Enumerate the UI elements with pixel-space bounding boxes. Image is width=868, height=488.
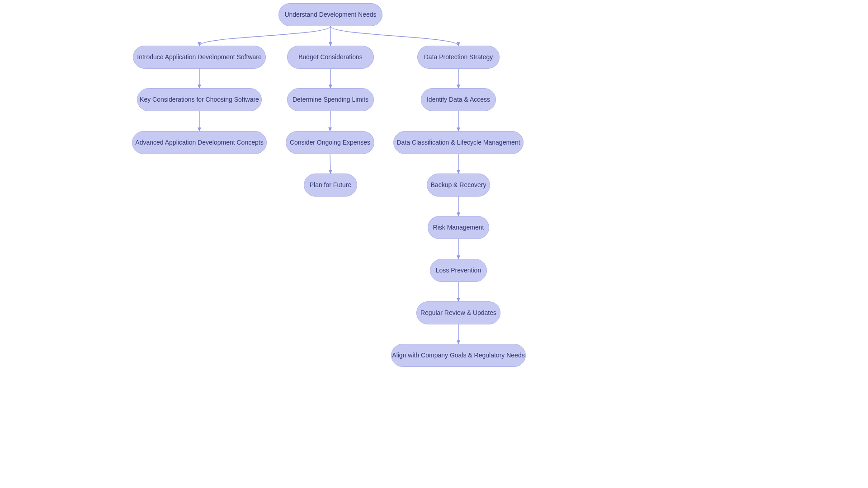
node-label: Introduce Application Development Softwa… — [137, 53, 262, 61]
node-identify-data-access[interactable]: Identify Data & Access — [421, 88, 496, 111]
node-loss-prevention[interactable]: Loss Prevention — [430, 259, 487, 282]
node-data-protection-strategy[interactable]: Data Protection Strategy — [417, 46, 500, 69]
node-label: Advanced Application Development Concept… — [135, 139, 263, 146]
node-label: Align with Company Goals & Regulatory Ne… — [392, 352, 524, 359]
node-label: Risk Management — [433, 224, 484, 231]
node-label: Budget Considerations — [298, 53, 363, 61]
node-plan-for-future[interactable]: Plan for Future — [304, 174, 357, 197]
edges-layer — [0, 0, 868, 488]
node-intro-app-dev-software[interactable]: Introduce Application Development Softwa… — [133, 46, 266, 69]
node-determine-spending-limits[interactable]: Determine Spending Limits — [287, 88, 374, 111]
node-label: Backup & Recovery — [431, 181, 486, 189]
node-advanced-concepts[interactable]: Advanced Application Development Concept… — [132, 131, 267, 154]
node-label: Plan for Future — [310, 181, 352, 189]
node-key-considerations[interactable]: Key Considerations for Choosing Software — [137, 88, 262, 111]
node-label: Loss Prevention — [436, 267, 481, 274]
node-label: Determine Spending Limits — [292, 96, 368, 103]
node-data-classification-lifecycle[interactable]: Data Classification & Lifecycle Manageme… — [393, 131, 524, 154]
node-label: Data Protection Strategy — [424, 53, 493, 61]
node-label: Identify Data & Access — [427, 96, 490, 103]
node-risk-management[interactable]: Risk Management — [428, 216, 489, 239]
node-budget-considerations[interactable]: Budget Considerations — [287, 46, 374, 69]
node-align-company-goals[interactable]: Align with Company Goals & Regulatory Ne… — [391, 344, 526, 367]
node-label: Regular Review & Updates — [420, 309, 496, 317]
node-regular-review-updates[interactable]: Regular Review & Updates — [416, 301, 500, 324]
node-backup-recovery[interactable]: Backup & Recovery — [427, 174, 490, 197]
flowchart-canvas: Understand Development Needs Introduce A… — [0, 0, 868, 488]
node-root[interactable]: Understand Development Needs — [278, 3, 382, 26]
node-label: Understand Development Needs — [284, 11, 376, 19]
node-consider-ongoing-expenses[interactable]: Consider Ongoing Expenses — [286, 131, 374, 154]
node-label: Key Considerations for Choosing Software — [140, 96, 259, 103]
node-label: Consider Ongoing Expenses — [290, 139, 370, 146]
node-label: Data Classification & Lifecycle Manageme… — [396, 139, 520, 146]
